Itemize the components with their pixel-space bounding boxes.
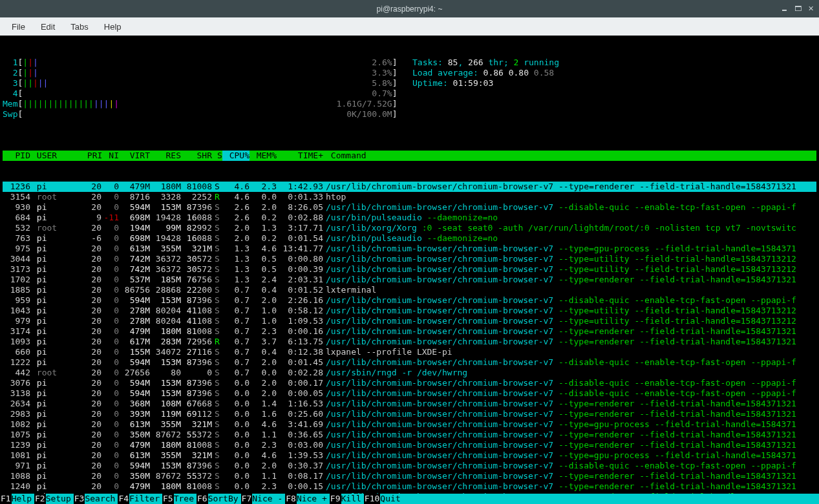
fkey-F1-label[interactable]: Help [12,494,34,504]
process-row[interactable]: 1082 pi200613M355M321MS0.04.63:41.69/usr… [3,419,816,430]
col-cpu%[interactable]: CPU% [222,151,250,161]
process-row[interactable]: 442 root20027656800S0.70.00:02.28/usr/sb… [3,368,816,378]
fkey-F9-label[interactable]: Kill [341,494,364,504]
col-virt[interactable]: VIRT [119,151,150,161]
menubar: File Edit Tabs Help [0,17,819,36]
col-pid[interactable]: PID [3,151,32,161]
menu-edit[interactable]: Edit [34,19,61,34]
fkey-F8: F8 [285,494,297,504]
process-row[interactable]: 3044 pi200742M3637230572S1.30.50:00.80/u… [3,254,816,264]
fkey-F1: F1 [0,494,12,504]
col-res[interactable]: RES [150,151,181,161]
menu-file[interactable]: File [5,19,32,34]
process-row[interactable]: 763 pi-60698M1942816088S2.00.20:01.54/us… [3,233,816,244]
process-row[interactable]: 660 pi200155M3407227116S0.70.40:12.38lxp… [3,347,816,357]
window-title: pi@raspberrypi4: ~ [377,5,443,14]
col-s[interactable]: S [212,151,222,161]
function-key-bar: F1Help F2Setup F3SearchF4FilterF5Tree F6… [0,494,819,504]
close-icon[interactable]: ✕ [808,5,814,13]
column-header-row[interactable]: PID USER PRI NI VIRT RES SHR S CPU% MEM%… [3,151,816,161]
process-row[interactable]: 3173 pi200742M3637230572S1.30.50:00.39/u… [3,264,816,275]
fkey-F6-label[interactable]: SortBy [208,494,241,504]
col-ni[interactable]: NI [101,151,119,161]
col-time+[interactable]: TIME+ [277,151,323,161]
process-row[interactable]: 1043 pi200278M8020441108S0.71.00:58.12/u… [3,306,816,316]
process-row[interactable]: 1088 pi200350M8767255372S0.01.10:08.17/u… [3,471,816,481]
process-row[interactable]: 1702 pi200537M185M76756S1.32.42:03.31/us… [3,275,816,285]
process-row[interactable]: 3138 pi200594M153M87396S0.02.00:00.05/us… [3,388,816,399]
fkey-F7: F7 [241,494,253,504]
process-row[interactable]: 684 pi9-11698M1942816088S2.60.20:02.88/u… [3,213,816,223]
process-row[interactable]: 1239 pi200479M180M81008S0.02.30:03.00/us… [3,440,816,450]
col-shr[interactable]: SHR [181,151,212,161]
fkey-F4-label[interactable]: Filter [129,494,162,504]
process-row[interactable]: 3174 pi200479M180M81008S0.72.30:00.16/us… [3,326,816,337]
process-row[interactable]: 971 pi200594M153M87396S0.02.00:30.37/usr… [3,461,816,471]
menu-tabs[interactable]: Tabs [64,19,94,34]
col-mem%[interactable]: MEM% [250,151,277,161]
process-row[interactable]: 1075 pi200350M8767255372S0.01.10:36.65/u… [3,430,816,440]
process-row[interactable]: 1081 pi200613M355M321MS0.04.61:39.53/usr… [3,450,816,461]
process-row[interactable]: 930 pi200594M153M87396S2.62.08:26.05/usr… [3,202,816,213]
fkey-F3: F3 [74,494,85,504]
fkey-F6: F6 [197,494,208,504]
process-row[interactable]: 2983 pi200393M119M69112S0.01.60:25.60/us… [3,409,816,419]
fkey-F2: F2 [34,494,46,504]
fkey-F10: F10 [364,494,380,504]
col-command[interactable]: Command [323,151,816,161]
process-row[interactable]: 959 pi200594M153M87396S0.72.02:26.16/usr… [3,295,816,306]
fkey-F4: F4 [118,494,129,504]
process-row[interactable]: 979 pi200278M8020441108S0.71.01:09.53/us… [3,316,816,326]
process-row[interactable]: 1222 pi200594M153M87396S0.72.00:01.45/us… [3,357,816,368]
minimize-icon[interactable]: 🗕 [781,5,788,13]
fkey-F3-label[interactable]: Search [85,494,118,504]
process-row[interactable]: 1240 pi200479M180M81008S0.02.30:00.15/us… [3,481,816,492]
fkey-F8-label[interactable]: Nice + [297,494,330,504]
fkey-F5-label[interactable]: Tree [174,494,197,504]
fkey-F5: F5 [162,494,174,504]
process-row[interactable]: 1093 pi200617M283M72956R0.73.76:13.75/us… [3,337,816,347]
col-pri[interactable]: PRI [82,151,101,161]
menu-help[interactable]: Help [98,19,128,34]
window-titlebar: pi@raspberrypi4: ~ 🗕 🗖 ✕ [0,0,819,17]
fkey-F7-label[interactable]: Nice - [252,494,285,504]
fkey-F2-label[interactable]: Setup [46,494,74,504]
process-row[interactable]: 3154 root200871633282252R4.60.00:01.33ht… [3,192,816,202]
maximize-icon[interactable]: 🗖 [794,5,802,13]
process-row[interactable]: 1885 pi200867562886822200S0.70.40:01.52l… [3,285,816,295]
process-row[interactable]: 3076 pi200594M153M87396S0.02.00:00.17/us… [3,378,816,388]
col-user[interactable]: USER [32,151,82,161]
process-row[interactable]: 532 root200194M99M82992S2.01.33:17.71/us… [3,223,816,233]
process-row[interactable]: 975 pi200613M355M321MS1.34.613:41.77/usr… [3,244,816,254]
process-row[interactable]: 2634 pi200368M108M67668S0.01.41:16.53/us… [3,399,816,409]
fkey-F9: F9 [330,494,341,504]
process-row[interactable]: 1236 pi200479M180M81008S4.62.31:42.93/us… [3,182,816,192]
terminal[interactable]: 1[||| 2.6%] Tasks: 85, 266 thr; 2 runnin… [0,36,819,494]
fkey-F10-label[interactable]: Quit [380,494,403,504]
